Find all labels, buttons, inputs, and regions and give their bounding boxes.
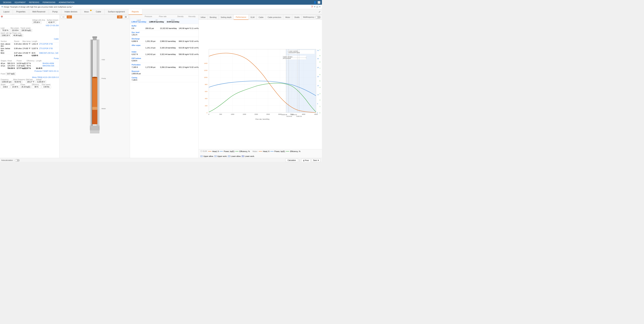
after-separ-entry: After separ. 1,141.14 psi 3,160.18 barre… (130, 44, 198, 50)
subtab-setting-depth[interactable]: Setting depth (219, 15, 234, 20)
maximize-icon[interactable]: ⬜ (317, 1, 320, 4)
print-btn[interactable]: 🖨 Print (301, 159, 310, 162)
svg-text:25: 25 (317, 67, 319, 68)
subtab-shafts[interactable]: Shafts (292, 15, 302, 20)
pump-row2-type: МФОН5А-500 (42, 65, 59, 67)
multifreq-toggle[interactable] (315, 16, 320, 18)
view-2d-btn[interactable]: 2D (117, 16, 122, 18)
motor-load-value: 14.49 % (10, 86, 20, 88)
help-icon[interactable]: ❓ (311, 6, 313, 8)
cable-row2-type: ZTS EPOR 3*35 (39, 48, 59, 52)
page-title: Design "Example of design with high free… (4, 6, 72, 8)
subtab-cable-protectors[interactable]: Cable protectors (266, 15, 284, 20)
menu-administration[interactable]: ADMINISTRATION (57, 0, 76, 5)
pump-row1-power: 14.59 hp(E) (16, 62, 27, 64)
refresh-icon[interactable]: ⟳ (314, 6, 316, 8)
perforation-viscosity: 0.02 cm²/s (190, 66, 199, 68)
svg-rect-4 (92, 78, 97, 108)
motor-eff-label: Efficiency (32, 84, 41, 86)
tab-motor[interactable]: Motor (81, 9, 92, 14)
water-eff-label: Efficiency, % (290, 150, 300, 152)
svg-text:400: 400 (205, 98, 208, 100)
svg-text:1000: 1000 (204, 76, 208, 78)
pump-col-head: Head (8, 60, 16, 62)
motor-freq-value: 3,000.00 rpm (1, 80, 12, 83)
discharge-density: 668.31 kg/m³ (179, 40, 190, 42)
view-3d-btn[interactable]: 3D (123, 16, 128, 18)
svg-text:Motor: Motor (102, 108, 106, 110)
menu-refbooks[interactable]: REFBOOKS (27, 0, 41, 5)
save-btn[interactable]: Save ▼ (312, 159, 320, 162)
lower-allow-label: Lower allow. (231, 155, 241, 157)
after-separ-title: After separ. (132, 44, 197, 46)
tab-surface-equipment[interactable]: Surface equipment (104, 9, 128, 14)
svg-text:20: 20 (320, 99, 320, 101)
svg-text:35: 35 (317, 50, 319, 51)
svg-text:100: 100 (320, 49, 320, 50)
chart-panel: Inflow Bending Setting depth Performance… (199, 15, 322, 158)
menu-equipment[interactable]: EQUIPMENT (13, 0, 27, 5)
cable-row1-section: Imm. above dyn. (1, 43, 14, 47)
well-diagram: VSD Pump Motor (80, 35, 110, 141)
svg-text:10: 10 (317, 94, 319, 96)
motor-power-label: Power (20, 84, 31, 86)
svg-text:1400: 1400 (204, 62, 208, 64)
subtab-inflow[interactable]: Inflow (199, 15, 208, 20)
subtab-bending[interactable]: Bending (208, 15, 219, 20)
svg-text:1200: 1200 (204, 70, 208, 71)
cable-row2-resist: 0.99 ohm (14, 48, 22, 52)
expand-icon[interactable]: ⤢ (318, 10, 320, 13)
autocalc-toggle[interactable] (15, 159, 20, 162)
window-expand-icon[interactable]: ⬜ (316, 6, 318, 8)
cable-row3-type: КМЕСБП-230 Кел. 3x8 (39, 52, 59, 54)
pump-row2-eff: 56 % (27, 65, 36, 67)
tab-intake-devices[interactable]: Intake devices (61, 9, 81, 14)
voltage-drop-value: 375.00 V (32, 21, 42, 24)
water-legend: Water: Head, ft Power, hp(E) Efficiency,… (252, 150, 300, 152)
intake-pressure: 1,142.62 psi (145, 53, 160, 55)
reservoir-entry: Reservoir 2,800.00 psi (130, 70, 198, 76)
svg-text:1000: 1000 (231, 114, 234, 115)
pump-row2-stages: 10 pc (1, 65, 8, 67)
esp-bottom-title: ESP bottom (132, 58, 197, 59)
calendar-icon[interactable]: 📅 (1, 16, 3, 18)
svg-text:NHV3000M: NHV3000M (283, 58, 291, 59)
menu-designs[interactable]: DESIGNS (1, 0, 13, 5)
intake-viscosity: 0.02 cm²/s (190, 53, 199, 55)
discharge-flowrate: 2,908.32 barrel/day (160, 40, 178, 42)
subtab-cable[interactable]: Cable (257, 15, 266, 20)
motor-mfreq-value: 50.00 Hz (13, 80, 22, 83)
pump-col-power: Power (16, 60, 27, 62)
cable-col-length: Length (32, 40, 39, 42)
subtab-motor[interactable]: Motor (283, 15, 292, 20)
cable-col-resist: Resist. (14, 40, 22, 42)
next-btn[interactable]: >> (67, 16, 72, 18)
tab-properties[interactable]: Properties (13, 9, 29, 14)
discharge-pressure: 1,331.39 psi (145, 40, 160, 42)
buffer-entry: Buffer 0 ft 200.02 psi 13,322.82 barrel/… (130, 24, 198, 30)
subtab-glm[interactable]: GLM (248, 15, 257, 20)
transf-power-value: 190.58 hp(E) (20, 29, 32, 32)
tab-pump[interactable]: Pump (49, 9, 61, 14)
tab-cable[interactable]: Cable (92, 9, 104, 14)
transf-power-label: Transf. power (20, 27, 32, 29)
cable-total-section (1, 54, 14, 56)
dyn-level-entry: Dyn. level 1,811 ft (130, 30, 198, 37)
intake-density: 590.95 kg/m³ (179, 53, 190, 55)
motor-flowspeed-value: 3.94 ft/s (42, 86, 51, 88)
subtab-performance[interactable]: Performance (234, 15, 248, 20)
svg-text:90: 90 (320, 55, 320, 56)
perforation-pressure: 1,172.98 psi (145, 66, 160, 68)
close-icon[interactable]: ✕ (319, 6, 320, 8)
tab-well-reservoir[interactable]: Well-Reservoir (29, 9, 49, 14)
tab-reports[interactable]: Reports (128, 9, 142, 15)
tab-layout[interactable]: Layout (0, 9, 13, 14)
buffer-title: Buffer (132, 25, 197, 27)
title-bar: ⚙ Design "Example of design with high fr… (0, 5, 322, 9)
user-icon[interactable]: 👤 (313, 1, 316, 4)
water-label: Water (167, 19, 180, 21)
motor-eff-value: 88 % (32, 86, 41, 88)
prev-btn[interactable]: << (61, 16, 66, 18)
calculation-btn[interactable]: Calculation (285, 159, 298, 162)
menu-permissions[interactable]: PERMISSIONS (41, 0, 57, 5)
